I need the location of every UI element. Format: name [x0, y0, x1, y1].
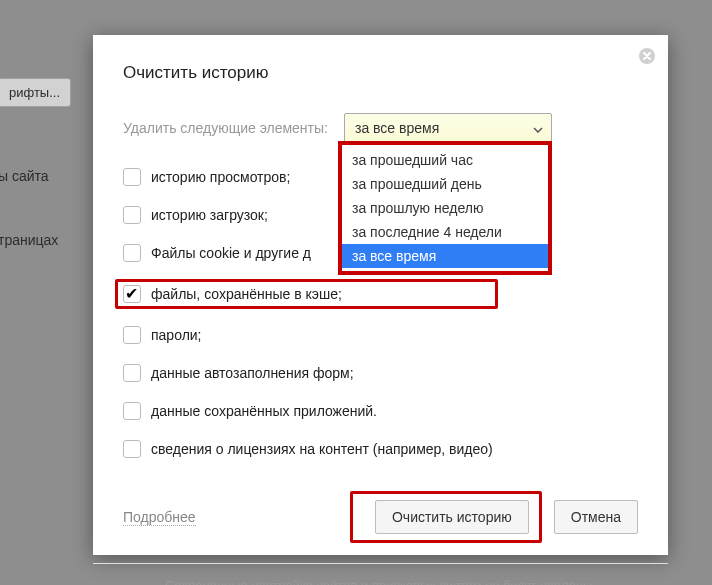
time-option[interactable]: за прошедший час	[342, 148, 548, 172]
checkbox[interactable]	[123, 364, 141, 382]
time-range-select[interactable]: за все время за прошедший час за прошедш…	[344, 113, 552, 143]
confirm-highlight: Очистить историю	[350, 491, 542, 543]
checkbox[interactable]	[123, 285, 141, 303]
checkbox-label: историю просмотров;	[151, 169, 290, 185]
checkbox[interactable]	[123, 206, 141, 224]
dialog-footer: Сохраненные настройки сайтов и поисковых…	[93, 564, 668, 585]
time-option-selected[interactable]: за все время	[342, 244, 548, 268]
checkbox[interactable]	[123, 440, 141, 458]
clear-history-dialog: Очистить историю Удалить следующие элеме…	[93, 35, 668, 555]
checkbox[interactable]	[123, 244, 141, 262]
list-item[interactable]: данные сохранённых приложений.	[123, 399, 638, 423]
checkbox-label: данные сохранённых приложений.	[151, 403, 377, 419]
checkbox-label: пароли;	[151, 327, 202, 343]
checkbox[interactable]	[123, 168, 141, 186]
cancel-button[interactable]: Отмена	[554, 500, 638, 534]
time-option[interactable]: за прошлую неделю	[342, 196, 548, 220]
clear-history-button[interactable]: Очистить историю	[375, 500, 529, 534]
search-engines-link[interactable]: поисковых систем	[372, 578, 482, 585]
chevron-down-icon	[533, 114, 543, 142]
checkbox-label: данные автозаполнения форм;	[151, 365, 354, 381]
list-item-cache[interactable]: файлы, сохранённые в кэше;	[115, 279, 498, 309]
list-item[interactable]: сведения о лицензиях на контент (наприме…	[123, 437, 638, 461]
checkbox[interactable]	[123, 402, 141, 420]
list-item[interactable]: пароли;	[123, 323, 638, 347]
checkbox[interactable]	[123, 326, 141, 344]
checkbox-label: Файлы cookie и другие д	[151, 245, 311, 261]
time-range-label: Удалить следующие элементы:	[123, 120, 328, 136]
time-range-value: за все время	[355, 120, 439, 136]
time-range-dropdown: за прошедший час за прошедший день за пр…	[338, 141, 552, 275]
checkbox-label: историю загрузок;	[151, 207, 268, 223]
more-link[interactable]: Подробнее	[123, 509, 196, 526]
dialog-title: Очистить историю	[123, 63, 638, 83]
time-option[interactable]: за последние 4 недели	[342, 220, 548, 244]
close-icon[interactable]	[638, 47, 656, 65]
site-settings-link[interactable]: настройки сайтов	[251, 578, 357, 585]
footer-text: и	[357, 578, 372, 585]
list-item[interactable]: данные автозаполнения форм;	[123, 361, 638, 385]
checkbox-label: сведения о лицензиях на контент (наприме…	[151, 441, 493, 457]
checkbox-label: файлы, сохранённые в кэше;	[151, 286, 342, 302]
footer-text: не будут удалены.	[482, 578, 596, 585]
footer-text: Сохраненные	[165, 578, 251, 585]
time-option[interactable]: за прошедший день	[342, 172, 548, 196]
